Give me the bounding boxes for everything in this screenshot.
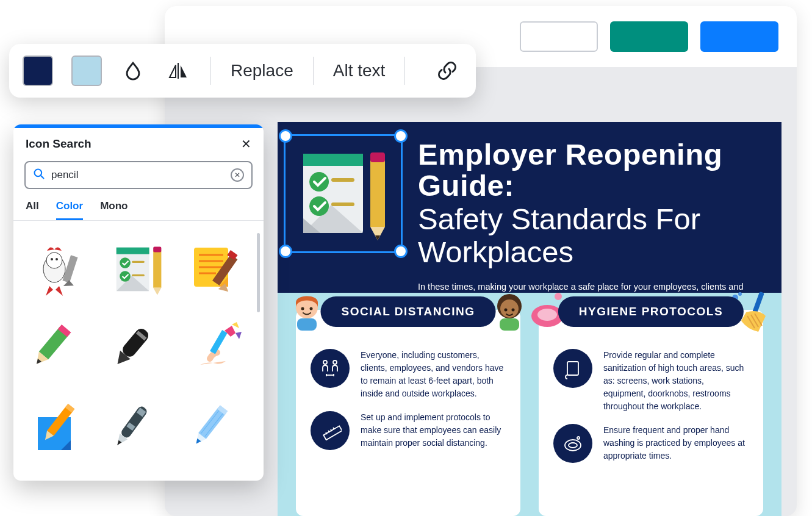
bullet-text[interactable]: Everyone, including customers, clients, … bbox=[361, 349, 506, 400]
section-social-distancing[interactable]: SOCIAL DISTANCING Everyone, including cu… bbox=[296, 310, 520, 516]
replace-button[interactable]: Replace bbox=[227, 61, 297, 81]
section-heading[interactable]: SOCIAL DISTANCING bbox=[320, 296, 495, 327]
svg-point-37 bbox=[46, 253, 62, 268]
svg-marker-68 bbox=[232, 322, 239, 328]
svg-point-22 bbox=[333, 360, 337, 364]
section-hygiene-protocols[interactable]: HYGIENE PROTOCOLS Provide regular and co… bbox=[539, 310, 763, 516]
svg-marker-41 bbox=[56, 286, 63, 296]
svg-point-19 bbox=[512, 309, 515, 312]
icon-result-green-pencil[interactable] bbox=[24, 314, 96, 387]
svg-point-18 bbox=[505, 309, 508, 312]
svg-rect-20 bbox=[500, 318, 519, 331]
icon-result-checklist-pencil[interactable] bbox=[103, 233, 174, 306]
search-icon bbox=[33, 168, 45, 182]
infographic-title[interactable]: Employer Reopening Guide: bbox=[418, 139, 757, 202]
selection-handle-bl[interactable] bbox=[279, 245, 292, 258]
svg-rect-49 bbox=[132, 261, 145, 263]
icon-result-sticky-note-pencil[interactable] bbox=[24, 394, 96, 467]
selection-handle-br[interactable] bbox=[394, 245, 408, 258]
tab-all[interactable]: All bbox=[26, 200, 39, 220]
checklist-pencil-icon bbox=[295, 145, 392, 243]
svg-rect-63 bbox=[120, 326, 151, 359]
panel-tabs: All Color Mono bbox=[13, 195, 264, 221]
selection-handle-tr[interactable] bbox=[394, 129, 408, 143]
svg-rect-6 bbox=[331, 178, 354, 182]
svg-rect-31 bbox=[567, 362, 578, 375]
svg-point-5 bbox=[309, 196, 329, 216]
bullet-row: Everyone, including customers, clients, … bbox=[311, 349, 506, 400]
bullet-text[interactable]: Set up and implement protocols to make s… bbox=[361, 411, 506, 450]
clear-icon[interactable]: ✕ bbox=[231, 168, 244, 182]
svg-point-33 bbox=[569, 443, 577, 448]
editor-button-green[interactable] bbox=[610, 21, 688, 52]
svg-point-29 bbox=[738, 292, 742, 296]
svg-point-47 bbox=[120, 257, 131, 268]
svg-point-21 bbox=[323, 360, 327, 364]
icon-search-panel: Icon Search ✕ ✕ All Color Mono bbox=[13, 124, 264, 481]
selection-handle-tl[interactable] bbox=[279, 129, 292, 143]
svg-rect-15 bbox=[297, 318, 317, 331]
icon-result-mechanical-pencil[interactable] bbox=[103, 394, 174, 467]
search-input[interactable] bbox=[45, 169, 231, 181]
avatar-person-2 bbox=[490, 292, 529, 331]
alt-text-button[interactable]: Alt text bbox=[329, 61, 389, 81]
scrollbar[interactable] bbox=[257, 233, 260, 312]
svg-marker-69 bbox=[235, 332, 242, 339]
search-field[interactable]: ✕ bbox=[24, 161, 253, 189]
bullet-row: Ensure frequent and proper hand washing … bbox=[553, 424, 749, 463]
panel-title: Icon Search bbox=[26, 137, 92, 151]
bullet-row: Set up and implement protocols to make s… bbox=[311, 411, 506, 450]
editor-button-blue[interactable] bbox=[700, 21, 778, 52]
toolbar-separator bbox=[210, 57, 211, 85]
icon-result-note-pencil-yellow[interactable] bbox=[181, 233, 253, 306]
close-icon[interactable]: ✕ bbox=[241, 137, 251, 151]
infographic-subtitle[interactable]: Safety Standards For Workplaces bbox=[418, 203, 757, 269]
svg-point-4 bbox=[309, 172, 329, 192]
toolbar-separator bbox=[313, 57, 314, 85]
svg-point-34 bbox=[577, 437, 580, 439]
bullet-row: Provide regular and complete sanitizatio… bbox=[553, 349, 749, 413]
svg-point-13 bbox=[301, 307, 304, 310]
bullet-text[interactable]: Ensure frequent and proper hand washing … bbox=[603, 424, 749, 462]
icon-result-hand-drawing-pencil[interactable] bbox=[181, 314, 253, 387]
tab-mono[interactable]: Mono bbox=[100, 200, 128, 220]
icon-result-rocket-mascot-pencil[interactable] bbox=[24, 233, 96, 306]
svg-rect-30 bbox=[752, 292, 764, 314]
link-icon[interactable] bbox=[432, 56, 462, 86]
svg-rect-75 bbox=[120, 405, 148, 439]
icon-result-black-pencil[interactable] bbox=[103, 314, 174, 387]
floating-toolbar: Replace Alt text bbox=[9, 44, 476, 98]
icon-results-grid bbox=[13, 221, 264, 481]
svg-point-14 bbox=[310, 307, 313, 310]
svg-point-48 bbox=[120, 271, 131, 282]
panel-header: Icon Search ✕ bbox=[13, 128, 264, 157]
infographic-lower: SOCIAL DISTANCING Everyone, including cu… bbox=[278, 293, 781, 516]
svg-point-38 bbox=[51, 258, 53, 260]
editor-button-outline[interactable] bbox=[520, 21, 598, 52]
opacity-icon[interactable] bbox=[118, 56, 148, 86]
svg-marker-40 bbox=[46, 286, 53, 296]
toolbar-separator bbox=[404, 57, 405, 85]
svg-point-39 bbox=[56, 258, 58, 260]
color-swatch-secondary[interactable] bbox=[71, 56, 102, 86]
flip-icon[interactable] bbox=[164, 56, 195, 86]
svg-rect-52 bbox=[153, 247, 161, 253]
svg-rect-45 bbox=[117, 248, 149, 254]
bullet-icon-sanitize bbox=[553, 349, 592, 388]
color-swatch-primary[interactable] bbox=[23, 56, 53, 86]
svg-point-32 bbox=[565, 440, 581, 451]
svg-rect-9 bbox=[370, 152, 385, 162]
svg-rect-1 bbox=[303, 154, 363, 166]
svg-point-24 bbox=[555, 293, 562, 300]
bullet-text[interactable]: Provide regular and complete sanitizatio… bbox=[603, 349, 749, 413]
bullet-icon-ruler bbox=[311, 411, 350, 450]
svg-rect-7 bbox=[331, 202, 354, 206]
infographic-canvas[interactable]: Employer Reopening Guide: Safety Standar… bbox=[278, 122, 781, 516]
svg-rect-8 bbox=[370, 160, 385, 227]
tab-color[interactable]: Color bbox=[56, 200, 83, 220]
section-heading[interactable]: HYGIENE PROTOCOLS bbox=[558, 296, 744, 327]
icon-result-light-blue-pencil[interactable] bbox=[181, 394, 253, 467]
svg-rect-50 bbox=[132, 274, 145, 276]
selected-icon[interactable] bbox=[284, 134, 403, 253]
svg-marker-11 bbox=[375, 235, 380, 240]
